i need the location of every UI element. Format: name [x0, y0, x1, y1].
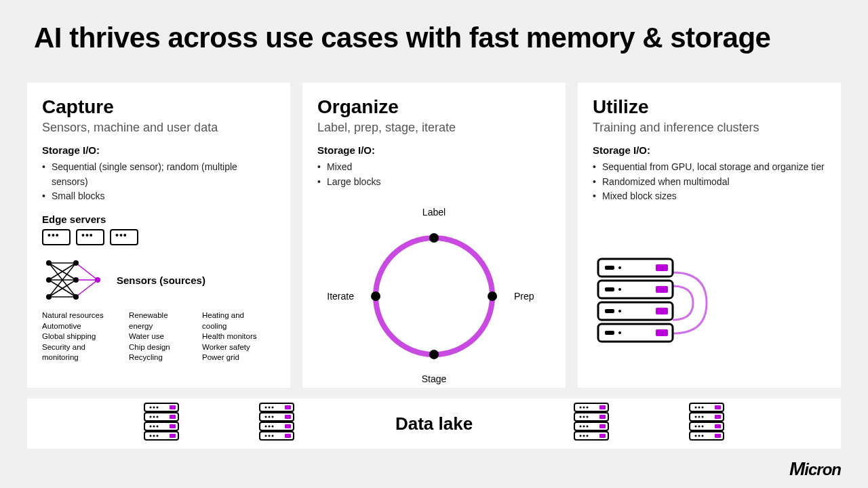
svg-rect-34 — [605, 331, 614, 335]
svg-point-91 — [583, 426, 585, 428]
svg-rect-57 — [170, 415, 176, 419]
svg-point-53 — [150, 435, 152, 437]
svg-point-88 — [583, 416, 585, 418]
edge-servers-label: Edge servers — [42, 214, 275, 225]
svg-point-33 — [618, 310, 621, 312]
capture-subtitle: Sensors, machine and user data — [42, 121, 275, 135]
server-icon — [76, 229, 104, 245]
server-icon — [42, 229, 71, 245]
svg-point-90 — [580, 426, 582, 428]
svg-point-45 — [153, 407, 155, 409]
sources-col: Renewable energy Water use Chip design R… — [129, 310, 190, 363]
svg-rect-76 — [285, 405, 291, 409]
svg-rect-98 — [599, 424, 606, 428]
svg-point-92 — [587, 426, 589, 428]
cycle-circle-icon — [359, 222, 509, 371]
svg-point-52 — [157, 426, 159, 428]
svg-point-111 — [698, 426, 701, 428]
server-cluster-icon — [591, 252, 727, 357]
svg-point-67 — [265, 416, 267, 418]
svg-point-74 — [269, 435, 271, 437]
card-capture: Capture Sensors, machine and user data S… — [27, 83, 290, 388]
svg-point-19 — [376, 238, 492, 354]
server-stack-icon — [572, 401, 610, 446]
organize-bullet: Large blocks — [317, 175, 551, 190]
svg-point-84 — [580, 407, 582, 409]
utilize-bullet: Sequential from GPU, local storage and o… — [593, 160, 826, 175]
sources-col: Heating and cooling Health monitors Work… — [202, 310, 270, 363]
card-utilize: Utilize Training and inference clusters … — [578, 83, 841, 388]
utilize-io-label: Storage I/O: — [593, 144, 826, 156]
svg-point-18 — [95, 277, 100, 283]
svg-point-70 — [265, 426, 267, 428]
svg-point-64 — [265, 407, 267, 409]
capture-bullet: Small blocks — [42, 189, 275, 204]
svg-point-73 — [265, 435, 267, 437]
svg-rect-37 — [656, 286, 668, 293]
svg-rect-79 — [285, 434, 291, 438]
svg-rect-56 — [170, 405, 176, 409]
svg-point-89 — [587, 416, 589, 418]
svg-point-17 — [73, 294, 79, 300]
svg-point-48 — [153, 416, 155, 418]
server-stack-icon — [688, 401, 726, 446]
svg-point-12 — [46, 260, 52, 266]
svg-rect-119 — [715, 434, 721, 438]
svg-rect-38 — [656, 308, 668, 314]
svg-point-85 — [583, 407, 585, 409]
svg-point-50 — [150, 426, 152, 428]
svg-point-51 — [153, 426, 155, 428]
svg-point-71 — [269, 426, 271, 428]
svg-rect-36 — [656, 264, 668, 271]
svg-rect-117 — [715, 415, 721, 419]
svg-point-65 — [269, 407, 271, 409]
svg-point-35 — [618, 331, 621, 334]
svg-rect-96 — [599, 405, 606, 409]
svg-line-9 — [76, 263, 98, 280]
edge-servers-icons — [42, 229, 275, 245]
svg-rect-58 — [170, 424, 176, 428]
data-lake-label: Data lake — [395, 413, 473, 434]
neural-net-icon — [42, 256, 103, 304]
sources-col: Natural resources Automotive Global ship… — [42, 310, 117, 363]
svg-point-29 — [618, 266, 621, 269]
svg-point-22 — [429, 350, 439, 359]
svg-point-93 — [580, 435, 582, 437]
svg-point-105 — [698, 407, 701, 409]
svg-point-47 — [150, 416, 152, 418]
slide-title: AI thrives across use cases with fast me… — [34, 22, 770, 54]
svg-point-69 — [272, 416, 274, 418]
svg-point-75 — [272, 435, 274, 437]
svg-rect-97 — [599, 415, 606, 419]
svg-point-23 — [371, 291, 380, 301]
svg-rect-28 — [605, 266, 614, 270]
svg-point-20 — [429, 233, 439, 243]
svg-point-21 — [488, 291, 497, 301]
utilize-bullet: Mixed block sizes — [593, 189, 826, 204]
svg-rect-32 — [605, 309, 614, 313]
cards-row: Capture Sensors, machine and user data S… — [27, 83, 841, 388]
capture-bullets: Sequential (single sensor); random (mult… — [42, 160, 275, 204]
utilize-bullets: Sequential from GPU, local storage and o… — [593, 160, 826, 204]
svg-point-49 — [157, 416, 159, 418]
svg-point-110 — [695, 426, 697, 428]
svg-rect-59 — [170, 434, 176, 438]
svg-rect-78 — [285, 424, 291, 428]
svg-point-16 — [73, 277, 79, 283]
utilize-bullet: Randomized when multimodal — [593, 175, 826, 190]
organize-io-label: Storage I/O: — [317, 144, 551, 156]
svg-point-72 — [272, 426, 274, 428]
svg-point-113 — [695, 435, 697, 437]
svg-point-13 — [46, 277, 52, 283]
svg-rect-30 — [605, 287, 614, 291]
svg-point-94 — [583, 435, 585, 437]
organize-heading: Organize — [317, 96, 551, 118]
card-organize: Organize Label, prep, stage, iterate Sto… — [302, 83, 566, 388]
svg-point-106 — [702, 407, 704, 409]
sensors-label: Sensors (sources) — [117, 274, 205, 286]
cycle-label-top: Label — [422, 207, 446, 218]
capture-io-label: Storage I/O: — [42, 144, 275, 156]
svg-point-44 — [150, 407, 152, 409]
svg-point-86 — [587, 407, 589, 409]
svg-rect-118 — [715, 424, 721, 428]
